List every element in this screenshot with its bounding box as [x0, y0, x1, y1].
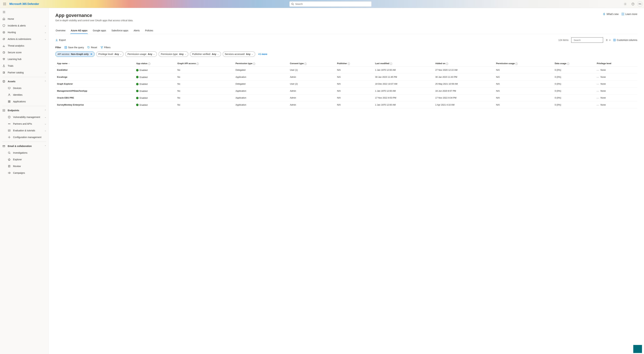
col-data-usage[interactable]: Data usagei	[553, 60, 595, 66]
nav-item-identities[interactable]: Identities	[0, 91, 48, 98]
nav-item-home[interactable]: Home	[0, 15, 48, 22]
tab-alerts[interactable]: Alerts	[133, 27, 140, 34]
flask-icon	[2, 64, 5, 67]
customize-label: Customize columns	[617, 39, 637, 41]
filter-pill-permissionusage[interactable]: Permission usage: Any ⌄	[125, 51, 157, 57]
table-row[interactable]: SurveyMonkey Enterprise Enabled No Appli…	[55, 101, 637, 108]
svg-rect-1	[4, 3, 5, 3]
nav-item-learning-hub[interactable]: Learning hub	[0, 56, 48, 62]
whats-new-button[interactable]: What's new	[603, 13, 618, 15]
nav-item-vulnerability-management[interactable]: Vulnerability management ⌄	[0, 114, 48, 120]
nav-item-partners-and-apis[interactable]: Partners and APIs ⌄	[0, 120, 48, 127]
nav-item-configuration-management[interactable]: Configuration management	[0, 134, 48, 141]
col-publisher[interactable]: Publisheri	[335, 60, 374, 66]
tab-overview[interactable]: Overview	[55, 27, 66, 34]
table-row[interactable]: ManagementAPIDataTestApp Enabled No Appl…	[55, 87, 637, 94]
pill-key: API access:	[58, 53, 70, 55]
cell-graph: No	[176, 66, 234, 73]
nav-item-secure-score[interactable]: Secure score	[0, 49, 48, 56]
nav-item-devices[interactable]: Devices	[0, 85, 48, 91]
reset-button[interactable]: Reset	[87, 46, 97, 49]
col-consent-type[interactable]: Consent typei	[288, 60, 335, 66]
tab-policies[interactable]: Policies	[145, 27, 154, 34]
top-icons: RS	[622, 1, 643, 7]
cell-dusage: 0 (0%)	[553, 73, 595, 81]
cell-app-name: Excahnge	[55, 73, 134, 81]
filter-pill-publisherverified[interactable]: Publisher verified: Any ⌄	[190, 51, 221, 57]
col-last-modified[interactable]: Last modifiedi	[374, 60, 434, 66]
invest-icon	[8, 151, 11, 154]
nav-item-partner-catalog[interactable]: Partner catalog ⌄	[0, 69, 48, 76]
tab-salesforce-apps[interactable]: Salesforce apps	[111, 27, 128, 34]
learn-more-button[interactable]: Learn more	[622, 13, 637, 15]
vuln-icon	[8, 116, 11, 119]
brand-link[interactable]: Microsoft 365 Defender	[10, 2, 39, 5]
apps-table: App name↑ App statusi Graph API accessi …	[55, 60, 637, 108]
avatar[interactable]: RS	[637, 1, 643, 7]
cell-graph: No	[176, 94, 234, 101]
table-row[interactable]: EwsEditor Enabled No Delegated User (1) …	[55, 66, 637, 73]
nav-collapse-button[interactable]	[0, 9, 48, 15]
nav-item-review[interactable]: Review	[0, 163, 48, 170]
settings-button[interactable]	[622, 1, 628, 7]
customize-columns-button[interactable]: Customize columns	[613, 39, 637, 41]
table-search[interactable]	[571, 37, 603, 43]
nav-item-actions-submissions[interactable]: Actions & submissions ⌄	[0, 36, 48, 42]
save-query-button[interactable]: Save the query	[64, 46, 84, 49]
tab-azure-ad-apps[interactable]: Azure AD apps	[70, 27, 88, 34]
export-button[interactable]: Export	[55, 39, 66, 41]
col-permission-type[interactable]: Permission typei	[234, 60, 288, 66]
waffle-icon[interactable]	[1, 1, 8, 7]
cell-priv: None	[595, 80, 637, 87]
feedback-widget[interactable]	[633, 345, 642, 353]
table-row[interactable]: Graph Explorer Enabled No Delegated User…	[55, 80, 637, 87]
nav-item-threat-analytics[interactable]: Threat analytics	[0, 42, 48, 49]
nav-item-evaluation-tutorials[interactable]: Evaluation & tutorials ⌄	[0, 127, 48, 134]
nav-item-campaigns[interactable]: Campaigns	[0, 170, 48, 176]
nav-label: Incidents & alerts	[8, 24, 42, 27]
nav-item-trials[interactable]: Trials	[0, 62, 48, 69]
help-button[interactable]	[630, 1, 636, 7]
col-app-name[interactable]: App name↑	[55, 60, 134, 66]
col-app-status[interactable]: App statusi	[134, 60, 176, 66]
nav-item-explorer[interactable]: Explorer	[0, 156, 48, 163]
col-added-on[interactable]: Added oni	[434, 60, 494, 66]
cell-added: 16 Jun 2020 6:57 PM	[434, 87, 494, 94]
nav-item-investigations[interactable]: Investigations	[0, 149, 48, 156]
nav-label: Identities	[13, 93, 46, 96]
close-icon[interactable]: ✕	[90, 53, 92, 55]
cell-perm-type: Application	[234, 73, 288, 81]
table-row[interactable]: Excahnge Enabled No Application Admin N/…	[55, 73, 637, 81]
col-graph-api-access[interactable]: Graph API accessi	[176, 60, 234, 66]
col-permission-usage[interactable]: Permission usagei	[494, 60, 553, 66]
nav-item-email-collaboration[interactable]: Email & collaboration ⌃	[0, 143, 48, 149]
filter-pill-servicesaccessed[interactable]: Services accessed: Any ⌄	[223, 51, 255, 57]
svg-point-21	[9, 94, 10, 95]
filter-pill-apiaccess[interactable]: API access: Non-Graph only ✕	[55, 51, 94, 57]
info-icon: i	[304, 63, 306, 65]
nav-item-incidents-alerts[interactable]: Incidents & alerts ⌄	[0, 22, 48, 29]
filter-pill-privilegelevel[interactable]: Privilege level: Any ⌄	[96, 51, 124, 57]
device-icon	[8, 87, 11, 90]
chevron-up-icon: ⌃	[44, 145, 46, 147]
nav-item-assets[interactable]: Assets ⌃	[0, 78, 48, 85]
col-privilege-level[interactable]: Privilege level	[595, 60, 637, 66]
table-row[interactable]: Oracle EBS PRE Enabled No Application Ad…	[55, 94, 637, 101]
svg-rect-5	[5, 4, 6, 4]
nav-item-hunting[interactable]: Hunting ⌄	[0, 29, 48, 36]
info-icon: i	[516, 63, 518, 65]
nav-item-applications[interactable]: Applications	[0, 98, 48, 105]
filters-button[interactable]: Filters	[100, 46, 110, 49]
global-search-input[interactable]	[295, 3, 370, 5]
tab-google-apps[interactable]: Google apps	[92, 27, 106, 34]
cell-modified: 30 Jan 2023 11:45 PM	[374, 73, 434, 81]
filter-pill-permissiontype[interactable]: Permission type: Any ⌄	[158, 51, 188, 57]
nav-label: Learning hub	[8, 58, 46, 60]
target-icon	[2, 31, 5, 34]
table-search-input[interactable]	[574, 39, 602, 41]
filter-icon	[100, 46, 103, 49]
nav-item-endpoints[interactable]: Endpoints ⌃	[0, 107, 48, 114]
global-search[interactable]	[290, 1, 372, 7]
more-filters-button[interactable]: +1 more	[257, 53, 268, 55]
group-button[interactable]: ▾	[606, 39, 610, 41]
